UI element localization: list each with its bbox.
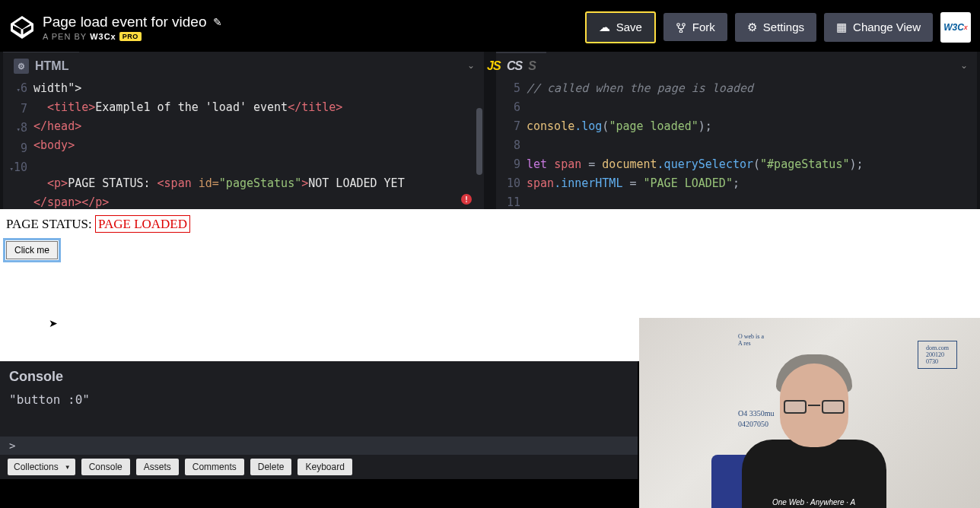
assets-button[interactable]: Assets — [136, 459, 179, 475]
console-panel: Console "button :0" > — [0, 361, 638, 455]
collections-select[interactable]: Collections — [8, 459, 75, 475]
editor-gear-icon[interactable]: ⚙ — [14, 59, 29, 74]
keyboard-button[interactable]: Keyboard — [298, 459, 352, 475]
html-tab[interactable]: ⚙ HTML — [3, 52, 79, 80]
js-gutter: 5 6 7 8 9 10 11 — [496, 79, 527, 209]
w3c-avatar[interactable]: W3Cx — [940, 12, 971, 43]
save-button[interactable]: ☁ Save — [585, 11, 656, 43]
editor-row: ⚙ HTML ⌄ ▾6 7 ▾8 9 ▾10 width"> <title>Ex… — [0, 52, 980, 209]
bottom-toolbar: Collections Console Assets Comments Dele… — [0, 455, 638, 479]
page-status-value: PAGE LOADED — [95, 215, 190, 233]
webcam-overlay: O4 3350mu 04207050 O web is aA res dom.c… — [639, 318, 980, 508]
js-code-area[interactable]: 5 6 7 8 9 10 11 // called when the page … — [496, 79, 977, 209]
page-status-line: PAGE STATUS: PAGE LOADED — [6, 217, 974, 232]
change-view-button[interactable]: ▦ Change View — [824, 13, 933, 42]
js-editor-header: CSS JS ⌄ — [496, 52, 977, 79]
pen-author[interactable]: W3Cx — [90, 32, 116, 41]
error-indicator[interactable]: ! — [461, 194, 472, 205]
fork-icon — [676, 22, 686, 33]
layout-icon: ▦ — [836, 21, 847, 34]
console-button[interactable]: Console — [81, 459, 130, 475]
console-output: "button :0" — [0, 389, 638, 437]
cursor-icon: ➤ — [49, 317, 58, 329]
delete-button[interactable]: Delete — [250, 459, 292, 475]
comments-button[interactable]: Comments — [185, 459, 244, 475]
gear-icon: ⚙ — [747, 21, 757, 34]
js-editor: CSS JS ⌄ 5 6 7 8 9 10 11 // called when … — [496, 52, 977, 209]
click-me-button[interactable]: Click me — [6, 241, 58, 259]
person: One Web · Anywhere · A — [738, 341, 890, 508]
cloud-icon: ☁ — [599, 21, 610, 34]
html-gutter: ▾6 7 ▾8 9 ▾10 — [3, 79, 33, 209]
pen-title: Page load event for video — [43, 14, 207, 30]
js-tab[interactable]: CSS JS — [496, 52, 546, 79]
html-code-lines[interactable]: width"> <title>Example1 of the 'load' ev… — [33, 79, 484, 209]
fork-button[interactable]: Fork — [663, 13, 727, 41]
html-code-area[interactable]: ▾6 7 ▾8 9 ▾10 width"> <title>Example1 of… — [3, 79, 484, 209]
console-title: Console — [0, 361, 638, 389]
console-prompt[interactable]: > — [0, 437, 638, 455]
pro-badge: PRO — [119, 32, 142, 41]
html-editor: ⚙ HTML ⌄ ▾6 7 ▾8 9 ▾10 width"> <title>Ex… — [3, 52, 484, 209]
pen-by-label: A PEN BY — [43, 32, 87, 41]
edit-icon[interactable]: ✎ — [213, 16, 222, 28]
codepen-logo[interactable] — [9, 14, 35, 40]
html-editor-header: ⚙ HTML ⌄ — [3, 52, 484, 79]
app-header: Page load event for video ✎ A PEN BY W3C… — [0, 2, 980, 52]
js-code-lines[interactable]: // called when the page is loaded consol… — [527, 79, 977, 209]
settings-button[interactable]: ⚙ Settings — [735, 13, 816, 42]
chevron-down-icon[interactable]: ⌄ — [458, 60, 484, 71]
scrollbar-thumb[interactable] — [476, 108, 482, 175]
chevron-down-icon[interactable]: ⌄ — [951, 60, 977, 71]
